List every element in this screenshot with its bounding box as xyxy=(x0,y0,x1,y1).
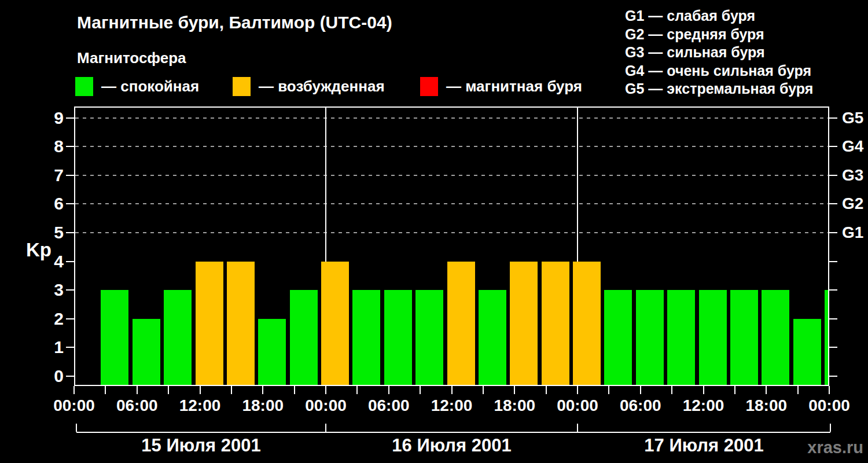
axis-tick xyxy=(66,347,74,348)
g-axis-label: G2 xyxy=(842,194,863,213)
x-axis-label: 18:00 xyxy=(231,397,294,414)
kp-bar xyxy=(290,290,318,385)
axis-tick xyxy=(66,203,74,204)
kp-bar xyxy=(667,290,695,385)
kp-bar xyxy=(258,319,286,385)
kp-bar xyxy=(636,290,664,385)
y-axis-label: 8 xyxy=(23,137,64,156)
x-axis-label: 00:00 xyxy=(546,397,609,414)
axis-tick xyxy=(66,117,74,119)
date-bracket-tick xyxy=(577,424,578,432)
y-axis-label: 0 xyxy=(23,367,64,385)
date-label: 17 Июля 2001 xyxy=(612,436,797,454)
kp-bar xyxy=(196,262,223,385)
kp-bar xyxy=(321,262,349,385)
axis-tick xyxy=(734,386,735,394)
axis-tick xyxy=(829,289,837,291)
axis-tick xyxy=(829,117,837,119)
axis-tick xyxy=(200,386,201,394)
kp-bar xyxy=(762,290,789,385)
y-axis-label: 2 xyxy=(23,310,64,328)
axis-tick xyxy=(451,386,453,394)
axis-tick xyxy=(388,386,389,394)
kp-bar xyxy=(164,290,192,385)
axis-tick xyxy=(483,386,484,394)
axis-tick xyxy=(66,175,74,176)
axis-tick xyxy=(66,232,74,233)
axis-tick xyxy=(546,386,547,394)
axis-tick xyxy=(829,386,830,394)
g-axis-label: G5 xyxy=(842,109,863,127)
axis-tick xyxy=(231,386,232,394)
y-axis-title: Kp xyxy=(18,239,60,261)
kp-bar xyxy=(510,262,538,385)
axis-tick xyxy=(66,261,74,262)
date-bracket xyxy=(76,432,830,433)
x-axis-label: 12:00 xyxy=(421,397,483,414)
kp-bar xyxy=(133,319,160,385)
x-axis-label: 00:00 xyxy=(295,397,357,414)
y-axis-label: 9 xyxy=(23,109,64,127)
axis-tick xyxy=(829,203,837,204)
axis-tick xyxy=(703,386,704,394)
axis-tick xyxy=(420,386,421,394)
kp-bar xyxy=(825,290,828,385)
kp-bar xyxy=(101,290,128,385)
axis-tick xyxy=(829,376,837,377)
axis-tick xyxy=(66,146,74,147)
kp-bar xyxy=(227,262,255,385)
axis-tick xyxy=(325,386,326,394)
x-axis-label: 18:00 xyxy=(483,397,546,414)
x-axis-label: 06:00 xyxy=(609,397,672,414)
axis-tick xyxy=(514,386,515,394)
x-axis-label: 18:00 xyxy=(735,397,797,414)
axis-tick xyxy=(356,386,358,394)
kp-bar xyxy=(604,290,632,385)
gridline xyxy=(75,146,828,147)
date-bracket-tick xyxy=(830,424,831,432)
date-bracket-tick xyxy=(325,424,326,432)
kp-bar xyxy=(384,290,412,385)
axis-tick xyxy=(66,376,74,377)
axis-tick xyxy=(640,386,641,394)
y-axis-label: 6 xyxy=(23,194,64,213)
gridline xyxy=(75,232,828,233)
axis-tick xyxy=(829,347,837,348)
x-axis-label: 12:00 xyxy=(169,397,231,414)
y-axis-label: 7 xyxy=(23,166,64,185)
x-axis-label: 06:00 xyxy=(106,397,168,414)
gridline xyxy=(75,175,828,176)
kp-bar xyxy=(573,262,601,385)
magnetic-storms-chart: Магнитные бури, Балтимор (UTC-04) Магнит… xyxy=(0,0,868,463)
kp-bar xyxy=(793,319,821,385)
axis-tick xyxy=(66,289,74,291)
gridline xyxy=(75,203,828,204)
date-bracket-tick xyxy=(76,424,77,432)
axis-tick xyxy=(608,386,609,394)
axis-tick xyxy=(797,386,799,394)
axis-tick xyxy=(671,386,672,394)
g-axis-label: G4 xyxy=(842,137,863,156)
axis-tick xyxy=(105,386,106,394)
axis-tick xyxy=(73,386,75,394)
kp-bar xyxy=(542,262,569,385)
axis-tick xyxy=(66,318,74,319)
axis-tick xyxy=(262,386,263,394)
chart-layer: 0123456789G1G2G3G4G500:0006:0012:0018:00… xyxy=(0,0,868,463)
axis-tick xyxy=(294,386,295,394)
kp-bar xyxy=(730,290,758,385)
kp-bar xyxy=(352,290,380,385)
axis-tick xyxy=(829,146,837,147)
axis-tick xyxy=(766,386,767,394)
x-axis-label: 00:00 xyxy=(798,397,860,414)
x-axis-label: 12:00 xyxy=(672,397,735,414)
watermark: xras.ru xyxy=(807,438,863,457)
axis-tick xyxy=(829,261,837,262)
x-axis-label: 00:00 xyxy=(43,397,105,414)
date-label: 16 Июля 2001 xyxy=(359,436,545,454)
axis-tick xyxy=(168,386,169,394)
gridline xyxy=(75,117,828,119)
axis-tick xyxy=(137,386,138,394)
kp-bar xyxy=(479,290,506,385)
kp-bar xyxy=(447,262,475,385)
